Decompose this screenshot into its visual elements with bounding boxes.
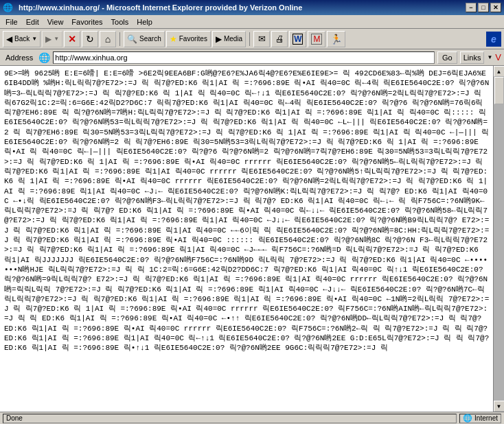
edit-button[interactable]: W	[289, 31, 306, 47]
scroll-thumb[interactable]	[494, 77, 504, 104]
refresh-button[interactable]: ↻	[82, 31, 98, 47]
status-bar: Done 🌐 Internet	[0, 412, 504, 424]
title-bar-buttons: − □ ✕	[466, 3, 501, 12]
scroll-down-button[interactable]: ▼	[494, 401, 505, 412]
messenger-button[interactable]: 🏃	[327, 31, 345, 47]
stop-icon: ✕	[68, 34, 76, 45]
menu-tools[interactable]: Tools	[107, 16, 133, 27]
zone-label: Internet	[474, 414, 498, 422]
menu-favorites[interactable]: Favorites	[67, 16, 106, 27]
address-input[interactable]	[53, 51, 435, 64]
scroll-track[interactable]	[494, 77, 505, 401]
media-label: Media	[224, 35, 242, 43]
refresh-icon: ↻	[86, 34, 94, 45]
search-button[interactable]: 🔍 Search	[124, 31, 165, 47]
title-bar-text: http://www.xinhua.org/ - Microsoft Inter…	[16, 3, 466, 12]
toolbar-separator-1	[119, 32, 120, 46]
back-button[interactable]: ◀ Back ▼	[3, 31, 41, 47]
favorites-button[interactable]: ★ Favorites	[166, 31, 211, 47]
close-button[interactable]: ✕	[490, 3, 501, 12]
msn-icon: M	[311, 34, 322, 45]
globe-status-icon: 🌐	[463, 414, 472, 423]
search-icon: 🔍	[127, 34, 137, 44]
menu-bar: File Edit View Favorites Tools Help	[0, 15, 504, 29]
maximize-button[interactable]: □	[478, 3, 489, 12]
menu-file[interactable]: File	[1, 16, 22, 27]
home-icon: ⌂	[105, 34, 111, 45]
edit-icon: W	[293, 34, 303, 45]
mail-button[interactable]: ✉	[253, 31, 270, 47]
favorites-label: Favorites	[179, 35, 207, 43]
print-icon: 🖨	[275, 34, 284, 44]
status-text: Done	[3, 414, 457, 423]
status-done: Done	[6, 414, 23, 422]
print-button[interactable]: 🖨	[271, 31, 288, 47]
address-bar: Address 🌐 Go Links ▼ V	[0, 49, 504, 66]
messenger-icon: 🏃	[330, 34, 342, 45]
vertical-scrollbar[interactable]: ▲ ▼	[493, 66, 504, 412]
menu-edit[interactable]: Edit	[22, 16, 43, 27]
mail-icon: ✉	[258, 34, 266, 44]
minimize-button[interactable]: −	[466, 3, 477, 12]
back-dropdown-icon: ▼	[32, 36, 37, 42]
menu-help[interactable]: Help	[133, 16, 157, 27]
search-label: Search	[139, 35, 161, 43]
ie-logo: e	[486, 32, 501, 47]
forward-icon: ▶	[45, 34, 51, 44]
toolbar: ◀ Back ▼ ▶ ▼ ✕ ↻ ⌂ 🔍 Search ★ Favorites …	[0, 29, 504, 49]
title-bar: 🌐 http://www.xinhua.org/ - Microsoft Int…	[0, 0, 504, 15]
verizon-icon: V	[495, 52, 501, 62]
content-area[interactable]: 9E>=哟 9625哟 E:E=6嗗| E:E=6嗗 >6E2릭9EEA6BF:…	[0, 66, 493, 412]
toolbar-separator-2	[249, 32, 250, 46]
forward-button[interactable]: ▶ ▼	[42, 31, 62, 47]
status-zone: 🌐 Internet	[459, 414, 501, 423]
address-label: Address	[3, 54, 36, 62]
favorites-icon: ★	[170, 34, 177, 44]
address-globe-icon: 🌐	[38, 52, 50, 63]
msn-button[interactable]: M	[308, 31, 325, 47]
back-label: Back	[14, 35, 30, 43]
ie-logo-text: e	[491, 34, 496, 45]
menu-view[interactable]: View	[43, 16, 68, 27]
media-icon: ▶	[216, 34, 222, 44]
forward-dropdown-icon: ▼	[54, 36, 59, 42]
links-button[interactable]: Links	[460, 51, 485, 64]
scroll-up-button[interactable]: ▲	[494, 66, 505, 77]
media-button[interactable]: ▶ Media	[212, 31, 246, 47]
main-area: 9E>=哟 9625哟 E:E=6嗗| E:E=6嗗 >6E2릭9EEA6BF:…	[0, 66, 504, 412]
back-icon: ◀	[6, 34, 12, 44]
links-dropdown-icon: ▼	[487, 54, 492, 60]
home-button[interactable]: ⌂	[100, 31, 116, 47]
stop-button[interactable]: ✕	[64, 31, 80, 47]
title-bar-icon: 🌐	[3, 3, 13, 12]
go-button[interactable]: Go	[437, 51, 457, 64]
